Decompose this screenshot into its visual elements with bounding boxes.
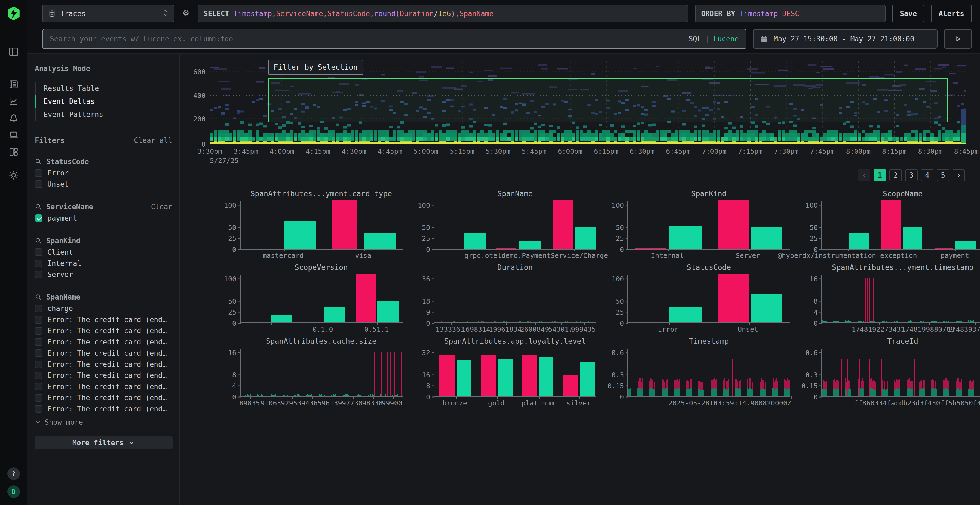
chart-selection-box[interactable] [268,78,948,122]
search-input[interactable]: Search your events w/ Lucene ex. column:… [42,29,746,49]
search-icon[interactable] [35,237,42,245]
show-more-link[interactable]: Show more [35,418,172,426]
checkbox[interactable] [35,214,43,222]
pagination-page-1[interactable]: 1 [873,169,886,181]
checkbox[interactable] [35,248,43,256]
source-select[interactable]: Traces [42,5,174,22]
clear-all-filters-link[interactable]: Clear all [134,136,172,145]
noise-inlier [837,389,838,396]
pagination-next-button[interactable]: › [953,169,965,181]
source-settings-gear-icon[interactable] [181,9,191,18]
mini-chart-statuscode[interactable]: StatusCode10050250ErrorUnset [603,262,797,336]
lucene-mode-toggle[interactable]: Lucene [713,35,739,43]
mini-chart-spanattributes-yment-card-type[interactable]: SpanAttributes...yment.card_type10050250… [215,189,409,262]
mini-chart-spankind[interactable]: SpanKind10050250InternalServer [603,189,797,262]
checkbox[interactable] [35,327,43,335]
checkbox[interactable] [35,360,43,368]
chart-icon[interactable] [8,95,20,107]
noise-inlier [361,394,362,396]
checkbox[interactable] [35,316,43,324]
checkbox[interactable] [35,383,43,391]
filter-group-header: SpanName [35,291,172,303]
analysis-mode-item-results-table[interactable]: Results Table [36,82,172,95]
mini-y-tick: 50 [422,223,430,231]
checkbox[interactable] [35,260,43,267]
pagination-page-3[interactable]: 3 [905,169,918,181]
checkbox[interactable] [35,180,43,188]
save-button[interactable]: Save [892,5,924,22]
checkbox[interactable] [35,305,43,312]
filter-option-error[interactable]: Error [35,167,172,178]
mini-chart-duration[interactable]: Duration36189013333631698314199618342600… [409,262,603,336]
events-heatmap-chart[interactable]: Filter by Selection 6004002000 [210,61,966,144]
pagination-page-2[interactable]: 2 [889,169,902,181]
dashboards-layout-icon[interactable] [8,146,20,158]
settings-gear-icon[interactable] [8,169,20,181]
mini-chart-spanattributes-cache-size[interactable]: SpanAttributes.cache.size168408983591063… [215,336,409,410]
sessions-laptop-icon[interactable] [8,129,20,141]
noise-bar [437,322,437,322]
mini-chart-spanname[interactable]: SpanName10050250grpc.oteldemo.PaymentSer… [409,189,603,262]
filter-by-selection-tooltip[interactable]: Filter by Selection [268,60,363,75]
checkbox[interactable] [35,169,43,177]
search-icon[interactable] [35,158,42,165]
search-log-icon[interactable] [8,78,20,91]
date-range-picker[interactable]: May 27 15:30:00 - May 27 21:00:00 [753,29,937,49]
filter-option-error-the-credit-card-end[interactable]: Error: The credit card (end… [35,359,172,370]
mini-chart-scopeversion[interactable]: ScopeVersion100502500.1.00.51.1 [215,262,409,336]
mini-chart-spanattributes-yment-timestamp[interactable]: SpanAttributes...yment.timestamp16840174… [797,262,980,336]
mini-chart-scopename[interactable]: ScopeName10050250@hyperdx/instrumentatio… [797,189,980,262]
filter-option-error-the-credit-card-end[interactable]: Error: The credit card (end… [35,336,172,348]
filter-option-error-the-credit-card-end[interactable]: Error: The credit card (end… [35,348,172,359]
filter-option-error-the-credit-card-end[interactable]: Error: The credit card (end… [35,370,172,381]
noise-bar [596,321,596,322]
noise-inlier [306,395,307,396]
sql-mode-toggle[interactable]: SQL [689,35,701,43]
pagination-page-4[interactable]: 4 [921,169,934,181]
filter-option-unset[interactable]: Unset [35,178,172,190]
filter-option-internal[interactable]: Internal [35,258,172,269]
order-by-input[interactable]: ORDER BY Timestamp DESC [695,5,886,22]
mini-chart-traceid[interactable]: TraceId0.60.30.150ff860334facdb23d3f430f… [797,336,980,410]
more-filters-button[interactable]: More filters [35,436,173,449]
checkbox[interactable] [35,338,43,346]
checkbox[interactable] [35,372,43,379]
checkbox[interactable] [35,271,43,278]
filter-option-error-the-credit-card-end[interactable]: Error: The credit card (end… [35,392,172,403]
panel-toggle-icon[interactable] [8,46,20,58]
mini-chart-timestamp[interactable]: Timestamp0.60.30.1502025-05-28T03:59:14.… [603,336,797,410]
alerts-button[interactable]: Alerts [931,5,972,22]
pagination-page-5[interactable]: 5 [937,169,949,181]
filter-option-error-the-credit-card-end[interactable]: Error: The credit card (end… [35,381,172,392]
help-button[interactable]: ? [7,467,20,480]
analysis-mode-item-event-patterns[interactable]: Event Patterns [36,108,172,121]
filter-option-error-the-credit-card-end[interactable]: Error: The credit card (end… [35,325,172,336]
hyperdx-logo-icon[interactable] [6,5,22,21]
noise-inlier [826,321,827,322]
noise-inlier [299,395,300,396]
filter-option-client[interactable]: Client [35,246,172,258]
checkbox[interactable] [35,394,43,402]
search-icon[interactable] [35,294,42,301]
checkbox[interactable] [35,405,43,413]
pagination-prev-button[interactable]: ‹ [858,169,870,181]
analysis-mode-item-event-deltas[interactable]: Event Deltas [36,95,172,108]
select-query-input[interactable]: SELECT Timestamp,ServiceName,StatusCode,… [197,5,689,22]
noise-inlier [960,321,961,322]
alerts-bell-icon[interactable] [8,112,20,124]
filter-option-error-the-credit-card-end[interactable]: Error: The credit card (end… [35,314,172,325]
run-query-button[interactable] [944,29,972,49]
noise-inlier [639,388,640,396]
checkbox[interactable] [35,349,43,357]
filter-option-error-the-credit-card-end[interactable]: Error: The credit card (end… [35,403,172,414]
filter-group-clear-link[interactable]: Clear [151,203,172,211]
mini-x-tick: platinum [522,399,554,407]
noise-inlier [312,394,312,396]
noise-inlier [783,389,783,396]
filter-option-payment[interactable]: payment [35,213,172,224]
filter-option-server[interactable]: Server [35,269,172,280]
search-icon[interactable] [35,203,42,210]
filter-option-charge[interactable]: charge [35,303,172,314]
user-avatar[interactable]: D [7,485,20,498]
mini-chart-spanattributes-app-loyalty-level[interactable]: SpanAttributes.app.loyalty.level321680br… [409,336,603,410]
